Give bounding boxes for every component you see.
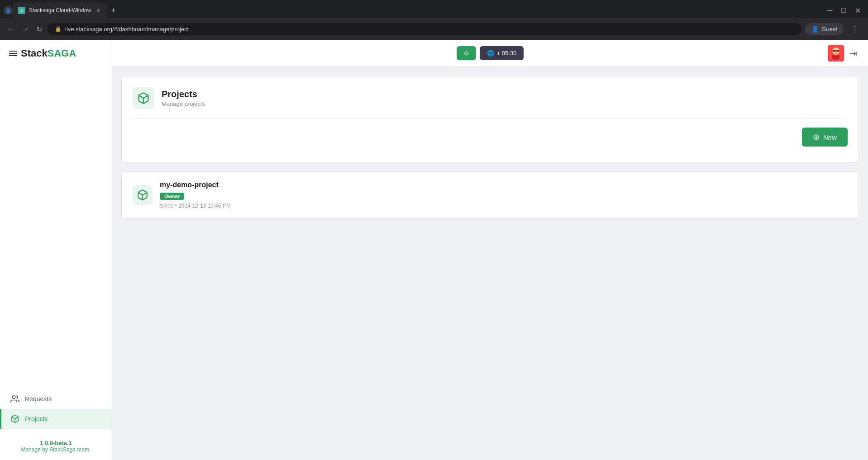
box-icon — [10, 414, 19, 423]
people-icon — [10, 394, 19, 403]
forward-btn[interactable]: → — [20, 23, 31, 35]
header-right-controls: ⇥ — [828, 45, 857, 62]
logout-icon[interactable]: ⇥ — [849, 48, 857, 59]
sidebar: StackSAGA Requests — [0, 40, 112, 460]
project-name: my-demo-project — [160, 181, 231, 189]
svg-point-6 — [837, 50, 839, 52]
page-title-group: Projects Manage projects — [162, 89, 205, 107]
svg-point-0 — [12, 396, 15, 399]
sidebar-footer: 1.0.0-beta.1 Manage by StackSaga team. — [0, 432, 112, 460]
app-container: StackSAGA Requests — [0, 40, 868, 460]
close-btn[interactable]: ✕ — [851, 5, 864, 17]
plus-icon: ⊕ — [813, 132, 820, 142]
new-label: New — [823, 133, 837, 141]
tab-title: Stacksaga Cloud-Window — [29, 7, 91, 14]
sidebar-item-projects[interactable]: Projects — [0, 409, 112, 429]
address-bar-row: ← → ↻ 🔒 live.stacksaga.org/#/dashboard/m… — [0, 18, 868, 40]
new-btn-container: ⊕ New — [133, 119, 848, 151]
refresh-btn[interactable]: ↻ — [34, 23, 44, 35]
logo-stack-text: Stack — [21, 47, 48, 59]
profile-btn[interactable]: 👤 — [4, 6, 13, 15]
sidebar-item-requests[interactable]: Requests — [0, 389, 112, 409]
page-subtitle: Manage projects — [162, 100, 205, 107]
version-text: 1.0.0-beta.1 — [9, 440, 103, 446]
project-info: my-demo-project Owner Since • 2024-12-13… — [160, 181, 231, 209]
hamburger-menu-btn[interactable] — [9, 51, 17, 56]
refresh-data-btn[interactable]: ⊙ — [457, 46, 476, 60]
avatar[interactable] — [828, 45, 844, 62]
tab-favicon: S — [18, 7, 25, 14]
minimize-btn[interactable]: ─ — [824, 5, 836, 17]
guest-button[interactable]: 👤 Guest — [805, 23, 844, 35]
guest-icon: 👤 — [811, 26, 819, 33]
url-text: live.stacksaga.org/#/dashboard/manage/pr… — [65, 26, 189, 33]
main-content: Projects Manage projects ⊕ New — [112, 67, 868, 460]
window-controls: ─ □ ✕ — [824, 5, 864, 17]
projects-header-card: Projects Manage projects ⊕ New — [121, 76, 859, 162]
tab-close-btn[interactable]: × — [95, 7, 102, 14]
lock-icon: 🔒 — [55, 26, 62, 32]
sidebar-logo: StackSAGA — [0, 40, 112, 67]
project-card[interactable]: my-demo-project Owner Since • 2024-12-13… — [121, 171, 859, 218]
address-bar[interactable]: 🔒 live.stacksaga.org/#/dashboard/manage/… — [48, 23, 801, 35]
new-project-button[interactable]: ⊕ New — [802, 128, 848, 147]
right-panel: ⊙ 🌐 + 05:30 — [112, 40, 868, 460]
browser-chrome: 👤 S Stacksaga Cloud-Window × + ─ □ ✕ ← →… — [0, 0, 868, 40]
guest-label: Guest — [821, 26, 837, 33]
project-icon-wrap — [133, 185, 153, 205]
maximize-btn[interactable]: □ — [838, 5, 849, 17]
projects-label: Projects — [25, 415, 48, 422]
app-header: ⊙ 🌐 + 05:30 — [112, 40, 868, 67]
sidebar-nav: Requests Projects — [0, 385, 112, 432]
page-header: Projects Manage projects — [133, 87, 848, 119]
back-btn[interactable]: ← — [5, 23, 16, 35]
active-tab[interactable]: S Stacksaga Cloud-Window × — [13, 3, 107, 18]
new-tab-button[interactable]: + — [107, 3, 119, 18]
page-title: Projects — [162, 89, 205, 100]
globe-icon: 🌐 — [487, 50, 494, 57]
refresh-icon: ⊙ — [464, 50, 469, 57]
requests-label: Requests — [25, 395, 52, 403]
timezone-btn[interactable]: 🌐 + 05:30 — [480, 46, 524, 60]
page-icon-wrap — [133, 87, 154, 109]
app-logo: StackSAGA — [21, 47, 76, 59]
logo-saga-text: SAGA — [48, 47, 76, 59]
timezone-label: + 05:30 — [497, 50, 517, 57]
tab-bar: 👤 S Stacksaga Cloud-Window × + ─ □ ✕ — [0, 0, 868, 18]
since-text: Since • 2024-12-13 10:46 PM — [160, 203, 231, 209]
browser-menu-btn[interactable]: ⋮ — [847, 22, 863, 36]
svg-rect-4 — [832, 50, 839, 52]
manage-text: Manage by StackSaga team. — [9, 446, 103, 453]
svg-point-5 — [834, 50, 835, 52]
owner-badge: Owner — [160, 193, 184, 200]
